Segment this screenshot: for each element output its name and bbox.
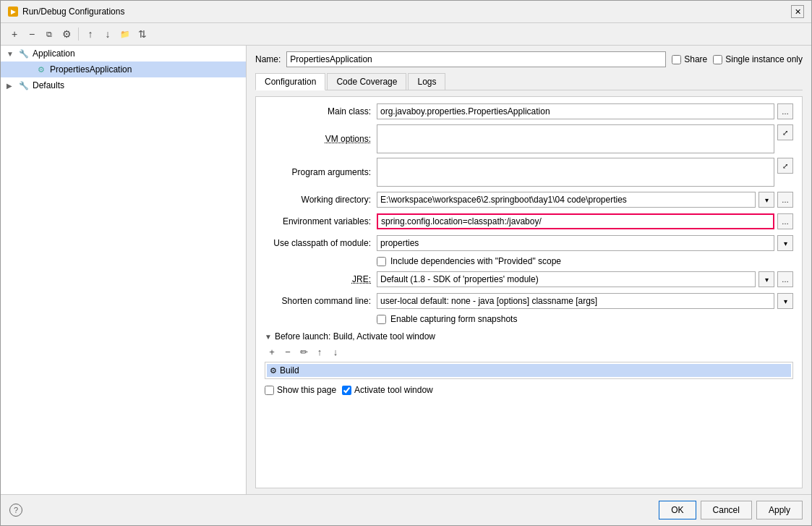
working-directory-dropdown-button[interactable]: ▾ [758, 192, 774, 208]
before-launch-remove-button[interactable]: − [281, 344, 295, 359]
close-button[interactable]: ✕ [791, 5, 804, 18]
jre-dropdown-button[interactable]: ▾ [758, 271, 774, 287]
environment-variables-input[interactable] [377, 213, 774, 229]
before-launch-title: Before launch: Build, Activate tool wind… [275, 331, 435, 342]
settings-button[interactable]: ⚙ [59, 26, 74, 42]
working-directory-select-with-btn: ▾ [377, 192, 774, 208]
environment-variables-field: … [377, 213, 793, 229]
classpath-module-field: properties ▾ [377, 235, 793, 251]
main-toolbar: + − ⧉ ⚙ ↑ ↓ 📁 ⇅ [1, 23, 811, 46]
before-launch-up-button[interactable]: ↑ [312, 344, 327, 359]
copy-button[interactable]: ⧉ [41, 26, 57, 42]
before-launch-section: ▼ Before launch: Build, Activate tool wi… [265, 331, 793, 395]
shorten-command-line-dropdown-button[interactable]: ▾ [777, 293, 793, 309]
main-class-field: … [377, 103, 793, 119]
include-provided-checkbox[interactable] [377, 257, 386, 266]
before-launch-header: ▼ Before launch: Build, Activate tool wi… [265, 331, 793, 342]
remove-button[interactable]: − [24, 26, 40, 42]
vm-options-expand-button[interactable]: ⤢ [777, 124, 793, 140]
ok-button[interactable]: OK [659, 501, 696, 519]
tab-code-coverage[interactable]: Code Coverage [327, 73, 406, 90]
folder-button[interactable]: 📁 [117, 26, 133, 42]
before-launch-collapse-icon[interactable]: ▼ [265, 333, 272, 341]
share-checkbox[interactable] [672, 55, 681, 64]
enable-capturing-checkbox[interactable] [377, 315, 386, 324]
single-instance-label: Single instance only [713, 54, 803, 64]
before-launch-options-row: Show this page Activate tool window [265, 385, 793, 395]
jre-select[interactable]: Default (1.8 - SDK of 'properties' modul… [377, 271, 756, 287]
before-launch-down-button[interactable]: ↓ [328, 344, 343, 359]
working-directory-row: Working directory: ▾ … [265, 191, 793, 208]
sidebar: ▼ 🔧 Application ⚙ PropertiesApplication … [1, 46, 247, 494]
name-label: Name: [255, 54, 281, 64]
share-label: Share [672, 54, 707, 64]
application-icon: 🔧 [18, 48, 30, 59]
vm-options-input[interactable] [377, 124, 774, 153]
defaults-label: Defaults [33, 80, 64, 90]
properties-app-icon: ⚙ [35, 64, 47, 75]
sidebar-item-application[interactable]: ▼ 🔧 Application [1, 46, 246, 61]
title-bar: ▶ Run/Debug Configurations ✕ [1, 1, 811, 23]
working-directory-input[interactable] [377, 192, 756, 208]
content-area: ▼ 🔧 Application ⚙ PropertiesApplication … [1, 46, 811, 494]
build-label: Build [280, 365, 299, 376]
configuration-form: Main class: … VM options: ⤢ Pr [255, 96, 803, 488]
show-this-page-checkbox[interactable] [265, 386, 274, 395]
before-launch-item-build[interactable]: ⚙ Build [267, 364, 791, 377]
show-this-page-label: Show this page [265, 385, 336, 395]
sort-button[interactable]: ⇅ [134, 26, 150, 42]
environment-variables-row: Environment variables: … [265, 213, 793, 230]
shorten-command-line-row: Shorten command line: user-local default… [265, 292, 793, 310]
jre-row: JRE: Default (1.8 - SDK of 'properties' … [265, 271, 793, 288]
program-arguments-expand-button[interactable]: ⤢ [777, 158, 793, 174]
enable-capturing-row: Enable capturing form snapshots [377, 314, 793, 324]
working-directory-browse-button[interactable]: … [777, 192, 793, 208]
add-button[interactable]: + [7, 26, 22, 42]
tabs-bar: Configuration Code Coverage Logs [255, 73, 803, 90]
run-debug-dialog: ▶ Run/Debug Configurations ✕ + − ⧉ ⚙ ↑ ↓… [0, 0, 812, 526]
window-title: Run/Debug Configurations [22, 7, 124, 17]
build-icon: ⚙ [270, 366, 277, 376]
main-class-browse-button[interactable]: … [777, 103, 793, 119]
move-up-button[interactable]: ↑ [82, 26, 98, 42]
classpath-module-label: Use classpath of module: [265, 238, 377, 248]
defaults-icon: 🔧 [18, 80, 30, 91]
cancel-button[interactable]: Cancel [701, 501, 752, 519]
classpath-module-select[interactable]: properties [377, 235, 774, 251]
expand-icon-defaults: ▶ [7, 82, 15, 90]
before-launch-list: ⚙ Build [265, 362, 793, 379]
working-directory-label: Working directory: [265, 195, 377, 205]
main-class-label: Main class: [265, 106, 377, 116]
before-launch-add-button[interactable]: + [265, 344, 279, 359]
program-arguments-label: Program arguments: [265, 167, 377, 177]
main-class-row: Main class: … [265, 103, 793, 120]
name-input[interactable] [286, 51, 666, 67]
tab-configuration[interactable]: Configuration [255, 73, 325, 90]
program-arguments-input[interactable] [377, 158, 774, 187]
include-provided-row: Include dependencies with "Provided" sco… [377, 256, 793, 266]
single-instance-checkbox[interactable] [713, 55, 722, 64]
program-arguments-row: Program arguments: ⤢ [265, 158, 793, 187]
enable-capturing-label: Enable capturing form snapshots [390, 314, 517, 324]
before-launch-edit-button[interactable]: ✏ [296, 344, 311, 359]
program-arguments-field: ⤢ [377, 158, 793, 187]
title-icon: ▶ [8, 7, 18, 17]
working-directory-field: ▾ … [377, 192, 793, 208]
move-down-button[interactable]: ↓ [100, 26, 116, 42]
jre-browse-button[interactable]: … [777, 271, 793, 287]
tab-logs[interactable]: Logs [408, 73, 445, 90]
main-class-input[interactable] [377, 103, 774, 119]
shorten-command-line-select[interactable]: user-local default: none - java [options… [377, 293, 774, 309]
environment-variables-browse-button[interactable]: … [777, 213, 793, 229]
sidebar-item-properties-application[interactable]: ⚙ PropertiesApplication [1, 61, 246, 77]
jre-field: Default (1.8 - SDK of 'properties' modul… [377, 271, 793, 287]
classpath-module-dropdown-button[interactable]: ▾ [777, 235, 793, 251]
sidebar-item-defaults[interactable]: ▶ 🔧 Defaults [1, 77, 246, 93]
apply-button[interactable]: Apply [756, 501, 803, 519]
expand-icon-application: ▼ [7, 50, 15, 58]
help-button[interactable]: ? [9, 504, 22, 517]
activate-tool-window-checkbox[interactable] [342, 386, 351, 395]
classpath-module-row: Use classpath of module: properties ▾ [265, 234, 793, 252]
properties-application-label: PropertiesApplication [50, 64, 132, 75]
main-panel: Name: Share Single instance only Configu… [247, 46, 811, 494]
